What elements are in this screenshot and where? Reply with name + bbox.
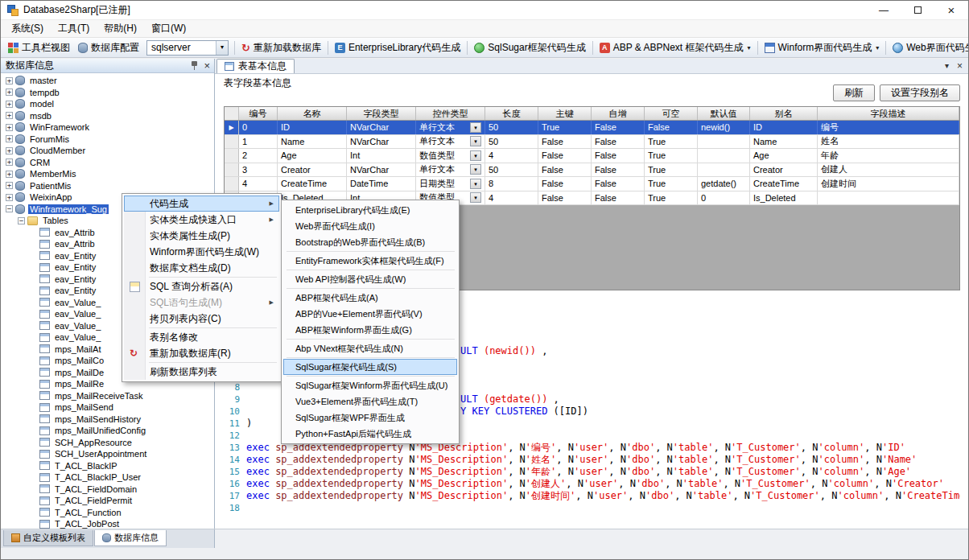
cell-combo-button[interactable]: ▾	[470, 150, 481, 161]
tree-item[interactable]: +model	[2, 98, 214, 110]
grid-column-header[interactable]: 字段类型	[347, 107, 416, 120]
submenu-item[interactable]: Web界面代码生成(I)	[283, 218, 457, 234]
tree-item[interactable]: T_ACL_FieldPermit	[2, 495, 214, 507]
context-menu-item[interactable]: 实体类属性生成(P)	[124, 228, 279, 244]
grid-cell[interactable]: False	[592, 149, 645, 163]
grid-cell[interactable]: 数值类型▾	[416, 149, 485, 163]
sqlsugar-codegen-button[interactable]: SqlSugar框架代码生成	[470, 39, 589, 56]
tree-item[interactable]: T_ACL_BlackIP	[2, 460, 214, 472]
cell-combo-button[interactable]: ▾	[470, 179, 481, 189]
tree-item[interactable]: +tempdb	[2, 87, 214, 99]
grid-cell[interactable]: 50	[485, 163, 538, 177]
grid-cell[interactable]: Age	[750, 149, 818, 163]
grid-cell[interactable]: 创建人	[818, 163, 959, 177]
tree-item[interactable]: +msdb	[2, 110, 214, 122]
grid-cell[interactable]: 3	[239, 163, 278, 177]
grid-cell[interactable]: True	[645, 149, 698, 163]
cell-combo-button[interactable]: ▾	[470, 122, 481, 133]
database-type-combo[interactable]: sqlserver ▾	[146, 40, 229, 56]
tree-item[interactable]: +CRM	[2, 157, 214, 169]
expand-icon[interactable]: +	[6, 77, 13, 84]
grid-cell[interactable]: Age	[278, 149, 347, 163]
grid-cell[interactable]: 姓名	[818, 135, 959, 149]
grid-cell[interactable]: 50	[485, 121, 538, 134]
grid-column-header[interactable]: 默认值	[698, 107, 750, 120]
grid-cell[interactable]: 50	[485, 135, 538, 149]
expand-icon[interactable]: +	[6, 89, 13, 96]
close-icon[interactable]: ×	[204, 61, 210, 70]
grid-cell[interactable]: False	[592, 121, 645, 134]
tree-item[interactable]: SCH_UserAppointment	[2, 448, 214, 460]
grid-row[interactable]: 4CreateTimeDateTime日期类型▾8FalseFalseTrueg…	[225, 177, 959, 191]
row-selector[interactable]	[225, 177, 239, 191]
row-selector[interactable]	[225, 149, 239, 163]
grid-column-header[interactable]: 别名	[750, 107, 818, 120]
tab-close-button[interactable]: ×	[957, 61, 963, 71]
grid-cell[interactable]: DateTime	[347, 177, 416, 191]
expand-icon[interactable]: +	[6, 159, 13, 166]
row-selector[interactable]: ▶	[225, 121, 239, 134]
grid-column-header[interactable]: 可空	[645, 107, 698, 120]
grid-column-header[interactable]: 长度	[485, 107, 538, 120]
grid-cell[interactable]: Creator	[278, 163, 347, 177]
grid-column-header[interactable]: 名称	[278, 107, 347, 120]
cell-combo-button[interactable]: ▾	[470, 192, 481, 203]
expand-icon[interactable]: +	[6, 194, 13, 201]
grid-cell[interactable]: ID	[750, 121, 818, 134]
chevron-down-icon[interactable]: ▾	[216, 41, 228, 55]
grid-cell[interactable]: Is_Deleted	[750, 191, 818, 205]
tree-item[interactable]: +ForumMis	[2, 134, 214, 146]
abp-codegen-button[interactable]: A ABP & ABPNext 框架代码生成 ▾	[596, 39, 755, 56]
submenu-item[interactable]: Bootstrap的Web界面代码生成(B)	[283, 234, 457, 250]
web-codegen-button[interactable]: Web界面代码生成 ▾	[889, 39, 969, 56]
row-selector[interactable]	[225, 163, 239, 177]
grid-cell[interactable]	[698, 163, 750, 177]
pin-icon[interactable]	[191, 61, 198, 70]
winform-codegen-button[interactable]: Winform界面代码生成 ▾	[761, 39, 884, 56]
db-config-button[interactable]: 数据库配置	[74, 39, 143, 56]
grid-cell[interactable]: CreateTime	[750, 177, 818, 191]
close-button[interactable]: ×	[934, 1, 968, 19]
grid-cell[interactable]: 单行文本▾	[416, 121, 485, 134]
collapse-icon[interactable]: −	[6, 205, 13, 212]
submenu-item[interactable]: ABP的Vue+Element界面代码(V)	[283, 306, 457, 322]
grid-cell[interactable]: CreateTime	[278, 177, 347, 191]
tree-item[interactable]: +master	[2, 75, 214, 87]
tree-item[interactable]: +PatientMis	[2, 180, 214, 192]
expand-icon[interactable]: +	[6, 182, 13, 189]
tree-item[interactable]: mps_MailSendHistory	[2, 414, 214, 426]
tab-custom-template-list[interactable]: 自定义模板列表	[3, 530, 93, 546]
submenu-item[interactable]: ABP框架代码生成(A)	[283, 290, 457, 306]
grid-cell[interactable]: NVarChar	[347, 121, 416, 134]
grid-cell[interactable]: 编号	[818, 121, 959, 134]
cell-combo-button[interactable]: ▾	[470, 136, 481, 146]
context-menu-item[interactable]: Winform界面代码生成(W)	[124, 244, 279, 260]
grid-cell[interactable]	[698, 135, 750, 149]
grid-cell[interactable]: NVarChar	[347, 163, 416, 177]
grid-cell[interactable]: 单行文本▾	[416, 163, 485, 177]
context-menu-item[interactable]: 刷新数据库列表	[124, 364, 279, 380]
grid-cell[interactable]: Name	[750, 135, 818, 149]
grid-cell[interactable]: True	[645, 163, 698, 177]
grid-row[interactable]: 1NameNVarChar单行文本▾50FalseFalseTrueName姓名	[225, 135, 959, 150]
context-menu-item[interactable]: 表别名修改	[124, 329, 279, 345]
grid-cell[interactable]: True	[645, 135, 698, 149]
submenu-item[interactable]: Python+FastApi后端代码生成	[283, 426, 457, 442]
submenu-item[interactable]: Vue3+Element界面代码生成(T)	[283, 393, 457, 410]
grid-cell[interactable]: 单行文本▾	[416, 135, 485, 149]
context-menu-item[interactable]: 拷贝列表内容(C)	[124, 311, 279, 327]
grid-cell[interactable]: True	[538, 121, 592, 134]
grid-column-header[interactable]: 控件类型	[416, 107, 485, 120]
tree-item[interactable]: +MemberMis	[2, 168, 214, 180]
grid-column-header[interactable]: 主键	[538, 107, 592, 120]
submenu-item[interactable]: SqlSugar框架WPF界面生成	[283, 410, 457, 426]
expand-icon[interactable]: +	[6, 147, 13, 154]
toolbar-view-button[interactable]: 工具栏视图	[4, 39, 74, 56]
context-menu-item[interactable]: 代码生成▶	[124, 196, 279, 212]
cell-combo-button[interactable]: ▾	[470, 164, 481, 175]
context-menu-item[interactable]: ↻重新加载数据库(R)	[124, 345, 279, 361]
menubar-item[interactable]: 工具(T)	[51, 20, 97, 37]
collapse-icon[interactable]: −	[18, 217, 25, 224]
expand-icon[interactable]: +	[6, 112, 13, 119]
grid-cell[interactable]: False	[592, 135, 645, 149]
